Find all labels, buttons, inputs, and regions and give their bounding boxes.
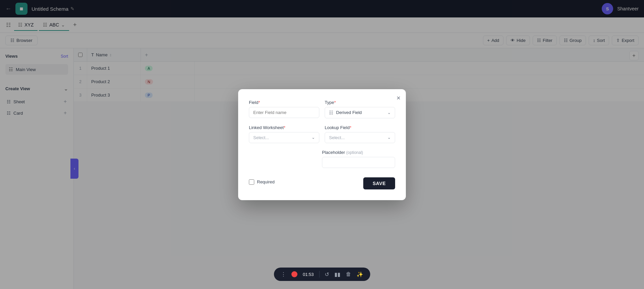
lookup-field-select[interactable]: Select... ⌄: [325, 132, 395, 143]
modal-field-group: Field*: [249, 100, 319, 118]
lookup-field-dropdown-icon: ⌄: [387, 135, 391, 140]
linked-worksheet-select[interactable]: Select... ⌄: [249, 132, 319, 143]
drag-handle-icon: ⋮: [281, 271, 286, 278]
linked-worksheet-dropdown-icon: ⌄: [312, 135, 315, 140]
recording-time: 01:53: [303, 272, 314, 277]
placeholder-input[interactable]: [322, 157, 395, 168]
type-dropdown-icon: ⌄: [387, 110, 391, 115]
modal-close-button[interactable]: ×: [396, 95, 400, 101]
modal-footer: Required SAVE: [249, 175, 395, 189]
type-required-star: *: [334, 100, 336, 105]
required-checkbox[interactable]: [249, 179, 254, 185]
undo-icon[interactable]: ↺: [325, 271, 329, 278]
modal-placeholder-group: Placeholder (optional): [322, 150, 395, 168]
required-checkbox-group: Required: [249, 179, 275, 185]
modal-linked-worksheet-group: Linked Worksheet* Select... ⌄: [249, 125, 319, 143]
pause-icon[interactable]: ▮▮: [334, 271, 340, 278]
delete-icon[interactable]: 🗑: [346, 271, 351, 277]
field-required-star: *: [258, 100, 260, 105]
lookup-field-placeholder: Select...: [329, 135, 345, 140]
type-select[interactable]: ☷ Derived Field ⌄: [325, 107, 395, 118]
type-value: Derived Field: [336, 110, 362, 115]
placeholder-optional: (optional): [346, 150, 363, 155]
linked-worksheet-label: Linked Worksheet*: [249, 125, 319, 130]
lookup-field-label: Lookup Field*: [325, 125, 395, 130]
field-name-input[interactable]: [249, 107, 319, 118]
modal-dialog: × Field* Type* ☷ Derived Field ⌄: [238, 89, 406, 200]
placeholder-label: Placeholder (optional): [322, 150, 395, 155]
type-label: Type*: [325, 100, 395, 105]
bottom-bar-separator: [319, 271, 319, 278]
linked-required-star: *: [284, 125, 285, 130]
record-indicator[interactable]: [291, 271, 298, 277]
modal-lookup-field-group: Lookup Field* Select... ⌄: [325, 125, 395, 143]
modal-overlay: × Field* Type* ☷ Derived Field ⌄: [0, 0, 644, 289]
bottom-bar: ⋮ 01:53 ↺ ▮▮ 🗑 ✨: [274, 268, 370, 281]
lookup-required-star: *: [350, 125, 351, 130]
modal-row-placeholder: Placeholder (optional): [249, 150, 395, 168]
required-checkbox-label: Required: [257, 179, 275, 184]
sparkle-icon[interactable]: ✨: [357, 271, 363, 278]
modal-row-linked-lookup: Linked Worksheet* Select... ⌄ Lookup Fie…: [249, 125, 395, 143]
modal-actions: SAVE: [363, 177, 395, 189]
derived-field-icon: ☷: [329, 110, 333, 115]
save-button[interactable]: SAVE: [363, 177, 395, 189]
linked-worksheet-placeholder: Select...: [253, 135, 269, 140]
modal-row-field-type: Field* Type* ☷ Derived Field ⌄: [249, 100, 395, 118]
modal-type-group: Type* ☷ Derived Field ⌄: [325, 100, 395, 118]
field-label: Field*: [249, 100, 319, 105]
